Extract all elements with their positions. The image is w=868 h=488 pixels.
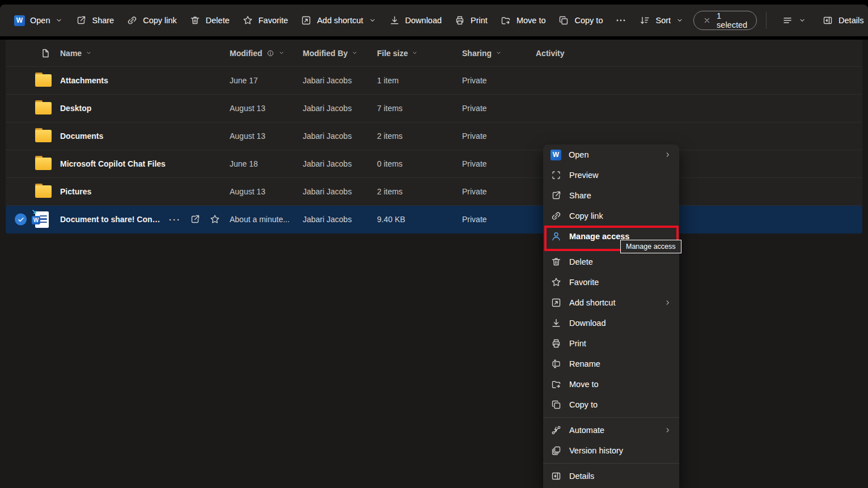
open-label: Open — [30, 16, 50, 25]
toolbar-left-group: W Open Share Copy link Delete Favorite A… — [8, 9, 633, 32]
sort-button[interactable]: Sort — [633, 9, 690, 32]
chevron-down-icon — [86, 50, 92, 56]
selection-count-label: 1 selected — [717, 11, 747, 29]
menu-item-label: Details — [569, 472, 594, 481]
context-menu: W Open Preview Share Copy link Manage ac… — [543, 145, 679, 488]
menu-item-favorite[interactable]: Favorite — [543, 272, 679, 292]
menu-item-label: Copy to — [569, 400, 598, 409]
delete-button[interactable]: Delete — [183, 9, 236, 32]
item-name[interactable]: Documents — [60, 131, 230, 141]
menu-item-preview[interactable]: Preview — [543, 165, 679, 185]
folder-icon — [35, 185, 52, 198]
column-label: Activity — [536, 49, 565, 58]
share-button[interactable]: Share — [69, 9, 120, 32]
version-history-icon — [551, 445, 562, 456]
menu-item-version-history[interactable]: Version history — [543, 440, 679, 461]
details-pane-button[interactable]: Details — [816, 9, 868, 32]
menu-item-label: Move to — [569, 380, 599, 389]
trash-icon — [189, 15, 201, 26]
menu-item-open[interactable]: W Open — [543, 145, 679, 165]
selection-count-pill[interactable]: 1 selected — [693, 11, 757, 30]
menu-item-details[interactable]: Details — [543, 466, 679, 486]
copy-to-label: Copy to — [574, 16, 603, 25]
item-name[interactable]: Attachments — [60, 76, 230, 85]
file-type-column-header[interactable] — [6, 40, 60, 66]
column-label: File size — [377, 49, 408, 58]
download-icon — [551, 317, 562, 329]
star-icon — [551, 277, 562, 288]
menu-item-label: Delete — [569, 257, 593, 266]
menu-item-automate[interactable]: Automate — [543, 420, 679, 440]
column-header-modified-by[interactable]: Modified By — [303, 49, 377, 58]
table-row[interactable]: Documents August 13 Jabari Jacobs 2 item… — [6, 122, 862, 150]
share-icon — [551, 190, 562, 201]
open-button[interactable]: W Open — [8, 9, 69, 32]
link-icon — [551, 210, 562, 222]
menu-item-move-to[interactable]: Move to — [543, 374, 679, 394]
chevron-down-icon — [352, 50, 358, 56]
table-row[interactable]: Microsoft Copilot Chat Files June 18 Jab… — [6, 150, 862, 178]
file-size-value: 2 items — [377, 187, 462, 196]
menu-item-share[interactable]: Share — [543, 185, 679, 206]
item-name[interactable]: Pictures — [60, 187, 230, 196]
add-shortcut-button[interactable]: Add shortcut — [294, 9, 382, 32]
close-icon[interactable] — [703, 16, 711, 24]
menu-item-label: Version history — [569, 446, 623, 455]
menu-item-copy-to[interactable]: Copy to — [543, 394, 679, 415]
automate-icon — [551, 425, 562, 436]
column-header-file-size[interactable]: File size — [377, 49, 462, 58]
move-to-button[interactable]: Move to — [494, 9, 552, 32]
table-row[interactable]: Pictures August 13 Jabari Jacobs 2 items… — [6, 178, 862, 206]
item-name[interactable]: Microsoft Copilot Chat Files — [60, 159, 230, 168]
column-header-activity[interactable]: Activity — [536, 49, 862, 58]
favorite-button[interactable]: Favorite — [236, 9, 294, 32]
copy-to-button[interactable]: Copy to — [552, 9, 609, 32]
modified-by-value: Jabari Jacobs — [303, 131, 377, 141]
add-shortcut-icon — [551, 297, 562, 308]
share-icon[interactable] — [189, 214, 201, 225]
menu-item-label: Add shortcut — [569, 298, 615, 307]
sharing-value: Private — [462, 104, 536, 113]
menu-item-rename[interactable]: Rename — [543, 354, 679, 374]
modified-value: About a minute... — [230, 215, 303, 224]
toolbar-divider — [766, 12, 767, 29]
menu-item-delete[interactable]: Delete — [543, 252, 679, 272]
toolbar: W Open Share Copy link Delete Favorite A… — [0, 5, 868, 36]
row-more-actions-button[interactable]: ··· — [169, 215, 181, 224]
menu-item-copy-link[interactable]: Copy link — [543, 206, 679, 226]
print-button[interactable]: Print — [448, 9, 494, 32]
column-header-name[interactable]: Name — [60, 49, 230, 58]
view-options-button[interactable] — [776, 9, 812, 32]
chevron-right-icon — [664, 426, 672, 434]
menu-item-print[interactable]: Print — [543, 333, 679, 354]
menu-item-label: Download — [569, 319, 606, 328]
modified-by-value: Jabari Jacobs — [303, 187, 377, 196]
modified-value: June 18 — [230, 159, 303, 168]
table-row[interactable]: Desktop August 13 Jabari Jacobs 7 items … — [6, 95, 862, 122]
menu-item-label: Automate — [569, 426, 604, 435]
star-icon[interactable] — [209, 214, 221, 225]
menu-item-download[interactable]: Download — [543, 313, 679, 333]
modified-by-value: Jabari Jacobs — [303, 215, 377, 224]
table-row-selected[interactable]: W Document to share! Confi... ··· About … — [6, 206, 862, 234]
trash-icon — [551, 256, 562, 268]
menu-item-add-shortcut[interactable]: Add shortcut — [543, 292, 679, 313]
share-icon — [75, 15, 87, 26]
more-commands-button[interactable] — [609, 9, 633, 32]
modified-value: August 13 — [230, 187, 303, 196]
chevron-down-icon — [278, 50, 285, 56]
chevron-down-icon — [676, 16, 684, 24]
selected-check-icon[interactable] — [15, 214, 27, 226]
move-to-icon — [551, 379, 562, 390]
table-row[interactable]: Attachments June 17 Jabari Jacobs 1 item… — [6, 67, 862, 95]
item-name[interactable]: Document to share! Confi... — [60, 215, 161, 224]
item-name[interactable]: Desktop — [60, 104, 230, 113]
download-button[interactable]: Download — [383, 9, 448, 32]
column-header-sharing[interactable]: Sharing — [462, 49, 536, 58]
column-label: Name — [60, 49, 82, 58]
sharing-value: Private — [462, 187, 536, 196]
file-size-value: 1 item — [377, 76, 462, 85]
file-list-area: Name Modified Modified By File size Shar… — [0, 40, 868, 488]
copy-link-button[interactable]: Copy link — [120, 9, 183, 32]
column-header-modified[interactable]: Modified — [230, 49, 303, 58]
